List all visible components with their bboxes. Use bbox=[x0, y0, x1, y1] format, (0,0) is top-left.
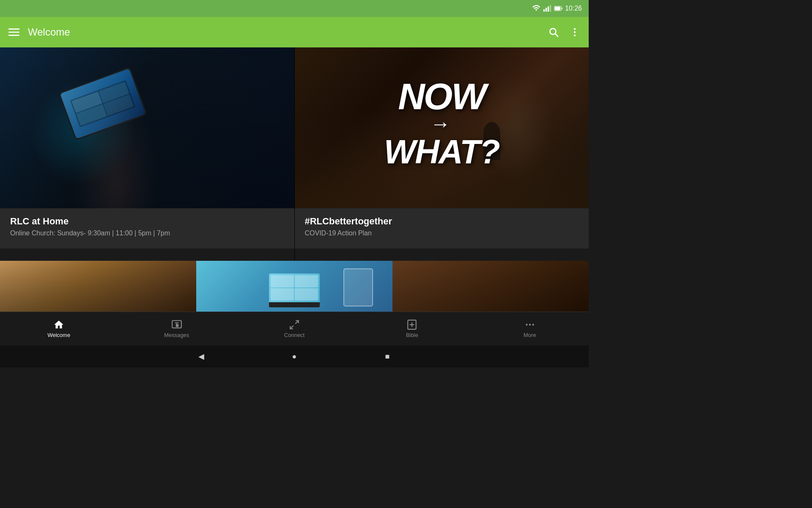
back-button[interactable]: ◀ bbox=[193, 348, 210, 365]
laptop-shape bbox=[269, 273, 320, 307]
more-dots-icon bbox=[524, 319, 535, 330]
mini-card-middle[interactable] bbox=[196, 261, 392, 312]
nav-label-more: More bbox=[524, 332, 536, 338]
connect-icon bbox=[289, 319, 300, 330]
hero-card-rlc-at-home[interactable]: RLC at Home Online Church: Sundays- 9:30… bbox=[0, 47, 295, 261]
home-button[interactable]: ● bbox=[286, 348, 303, 365]
mini-card-right-image bbox=[392, 261, 589, 312]
status-bar: 10:26 bbox=[0, 0, 589, 17]
svg-point-10 bbox=[550, 28, 556, 34]
svg-point-13 bbox=[574, 31, 576, 33]
app-title: Welcome bbox=[28, 26, 548, 38]
bottom-nav: Welcome Messages Connect Bible bbox=[0, 312, 589, 345]
main-content: RLC at Home Online Church: Sundays- 9:30… bbox=[0, 47, 589, 312]
card-title-rlc-better-together: #RLCbettertogether bbox=[305, 216, 579, 227]
nav-label-messages: Messages bbox=[164, 332, 189, 338]
app-bar: Welcome bbox=[0, 17, 589, 47]
card-info-rlc-better-together: #RLCbettertogether COVID-19 Action Plan bbox=[295, 208, 589, 248]
status-icons: 10:26 bbox=[532, 4, 582, 13]
card-subtitle-rlc-better-together: COVID-19 Action Plan bbox=[305, 229, 579, 237]
battery-icon bbox=[554, 4, 562, 13]
mini-card-left[interactable] bbox=[0, 261, 196, 312]
nav-label-connect: Connect bbox=[284, 332, 304, 338]
card-subtitle-rlc-at-home: Online Church: Sundays- 9:30am | 11:00 |… bbox=[10, 229, 284, 237]
svg-rect-0 bbox=[543, 9, 545, 12]
menu-icon bbox=[8, 27, 19, 38]
mini-card-mid-image bbox=[196, 261, 392, 312]
nav-item-messages[interactable]: Messages bbox=[118, 316, 235, 342]
card-title-rlc-at-home: RLC at Home bbox=[10, 216, 284, 227]
hero-card-rlc-better-together[interactable]: NOW → WHAT? #RLCbettertogether COVID-19 … bbox=[295, 47, 589, 261]
svg-point-24 bbox=[526, 324, 527, 326]
svg-rect-2 bbox=[548, 6, 549, 12]
system-nav-bar: ◀ ● ■ bbox=[0, 345, 589, 367]
nav-label-welcome: Welcome bbox=[47, 332, 70, 338]
svg-rect-7 bbox=[8, 28, 19, 30]
mini-card-right[interactable] bbox=[392, 261, 589, 312]
messages-icon bbox=[171, 319, 182, 330]
bible-icon bbox=[406, 319, 417, 330]
hero-row: RLC at Home Online Church: Sundays- 9:30… bbox=[0, 47, 589, 261]
nav-item-connect[interactable]: Connect bbox=[236, 316, 353, 342]
svg-rect-1 bbox=[546, 8, 547, 11]
second-row bbox=[0, 261, 589, 312]
search-icon bbox=[548, 27, 559, 38]
svg-marker-18 bbox=[175, 323, 178, 325]
svg-rect-9 bbox=[8, 35, 19, 36]
svg-rect-8 bbox=[8, 32, 19, 33]
svg-point-26 bbox=[532, 324, 534, 326]
svg-line-19 bbox=[295, 320, 299, 324]
signal-icon bbox=[543, 4, 551, 13]
card-left-image bbox=[0, 47, 294, 208]
mini-card-left-image bbox=[0, 261, 196, 312]
svg-point-14 bbox=[574, 34, 576, 36]
home-icon bbox=[53, 319, 64, 330]
time-display: 10:26 bbox=[565, 5, 582, 12]
now-text: NOW bbox=[384, 76, 499, 117]
svg-rect-3 bbox=[550, 5, 551, 12]
app-bar-actions bbox=[548, 27, 580, 38]
overflow-menu-button[interactable] bbox=[569, 27, 580, 38]
card-info-rlc-at-home: RLC at Home Online Church: Sundays- 9:30… bbox=[0, 208, 294, 248]
nav-item-bible[interactable]: Bible bbox=[353, 316, 471, 342]
search-button[interactable] bbox=[548, 27, 559, 38]
recents-button[interactable]: ■ bbox=[379, 348, 396, 365]
nav-label-bible: Bible bbox=[406, 332, 418, 338]
svg-rect-6 bbox=[555, 7, 560, 10]
svg-line-11 bbox=[555, 34, 558, 37]
svg-rect-5 bbox=[562, 8, 562, 10]
svg-point-25 bbox=[529, 324, 531, 326]
wifi-icon bbox=[532, 4, 540, 13]
nav-item-welcome[interactable]: Welcome bbox=[0, 316, 118, 342]
card-right-image: NOW → WHAT? bbox=[295, 47, 589, 208]
svg-point-12 bbox=[574, 28, 576, 30]
more-vertical-icon bbox=[569, 27, 580, 38]
nav-item-more[interactable]: More bbox=[471, 316, 589, 342]
menu-button[interactable] bbox=[8, 27, 19, 38]
what-text: WHAT? bbox=[384, 133, 499, 170]
svg-line-20 bbox=[290, 326, 294, 329]
